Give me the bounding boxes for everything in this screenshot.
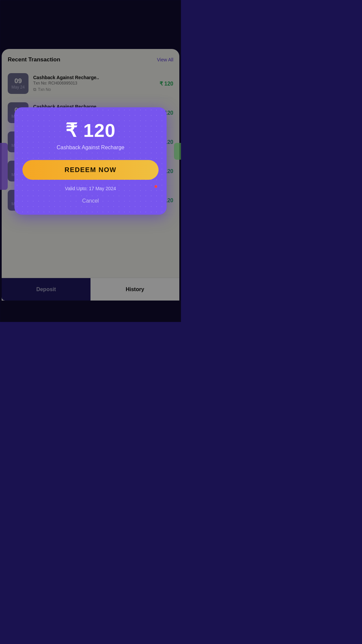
modal-validity: Valid Upto: 17 May 2024 bbox=[65, 186, 116, 191]
redeem-modal: ₹ 120 Cashback Against Recharge REDEEM N… bbox=[14, 107, 167, 215]
modal-overlay[interactable]: ₹ 120 Cashback Against Recharge REDEEM N… bbox=[0, 0, 181, 322]
modal-amount: ₹ 120 bbox=[65, 119, 116, 141]
redeem-now-button[interactable]: REDEEM NOW bbox=[22, 160, 159, 180]
modal-description: Cashback Against Recharge bbox=[57, 145, 124, 151]
cancel-button[interactable]: Cancel bbox=[77, 197, 104, 205]
modal-dot-decoration bbox=[155, 185, 157, 188]
